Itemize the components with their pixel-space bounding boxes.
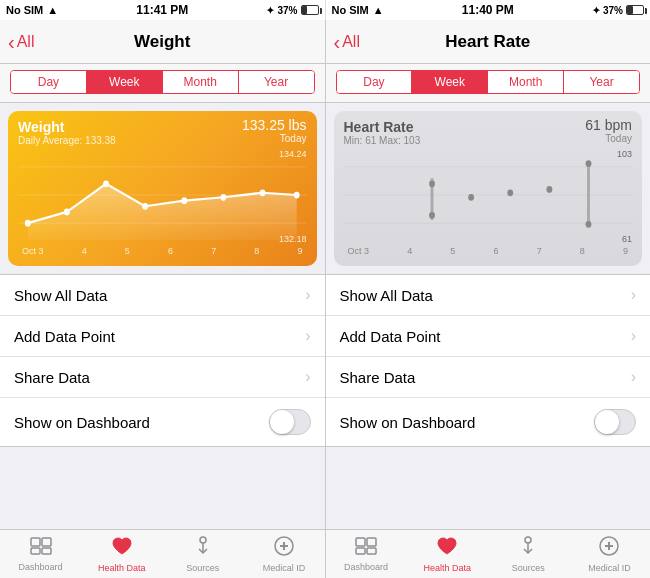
tab-health-data-left[interactable]: Health Data xyxy=(81,530,162,578)
tab-dashboard-left[interactable]: Dashboard xyxy=(0,530,81,578)
tab-medical-id-left-label: Medical ID xyxy=(263,563,306,573)
heart-x-9: 9 xyxy=(623,246,628,256)
right-carrier: No SIM xyxy=(332,4,369,16)
heart-line-chart xyxy=(344,150,633,240)
heart-seg-year[interactable]: Year xyxy=(564,71,639,93)
svg-rect-27 xyxy=(42,548,51,554)
weight-chart-subtitle: Daily Average: 133.38 xyxy=(18,135,307,146)
weight-line-chart xyxy=(18,150,307,240)
svg-point-34 xyxy=(525,537,531,543)
tab-dashboard-right[interactable]: Dashboard xyxy=(326,530,407,578)
tab-dashboard-left-label: Dashboard xyxy=(19,562,63,572)
tab-medical-id-right-label: Medical ID xyxy=(588,563,631,573)
weight-add-data-point[interactable]: Add Data Point › xyxy=(0,316,325,357)
weight-add-data-label: Add Data Point xyxy=(14,328,115,345)
heart-seg-week[interactable]: Week xyxy=(412,71,488,93)
svg-rect-32 xyxy=(356,548,365,554)
right-status-bar: No SIM ▲ 11:40 PM ✦ 37% xyxy=(326,0,651,20)
left-tab-half: Dashboard Health Data Sources xyxy=(0,530,326,578)
tab-sources-left[interactable]: Sources xyxy=(162,530,243,578)
svg-point-4 xyxy=(25,220,31,227)
weight-show-all-chevron-icon: › xyxy=(305,286,310,304)
weight-seg-year[interactable]: Year xyxy=(239,71,314,93)
weight-toggle-knob xyxy=(270,410,294,434)
weight-chart-wrap: Weight Daily Average: 133.38 133.25 lbs … xyxy=(8,111,317,266)
heart-x-4: 4 xyxy=(407,246,412,256)
weight-menu-list: Show All Data › Add Data Point › Share D… xyxy=(0,274,325,447)
weight-dashboard-toggle[interactable] xyxy=(269,409,311,435)
svg-rect-30 xyxy=(356,538,365,546)
heart-rate-panel: ‹ All Heart Rate Day Week Month Year Hea… xyxy=(326,20,651,529)
sources-icon-right xyxy=(519,536,537,561)
tab-medical-id-right[interactable]: Medical ID xyxy=(569,530,650,578)
weight-show-all-label: Show All Data xyxy=(14,287,107,304)
left-battery-icon xyxy=(301,5,319,15)
heart-share-data[interactable]: Share Data › xyxy=(326,357,651,398)
svg-rect-24 xyxy=(31,538,40,546)
svg-rect-26 xyxy=(31,548,40,554)
right-bluetooth-icon: ✦ xyxy=(592,5,600,16)
tab-health-data-right[interactable]: Health Data xyxy=(407,530,488,578)
heart-title: Heart Rate xyxy=(445,32,530,52)
heart-dashboard-toggle[interactable] xyxy=(594,409,636,435)
heart-chart-wrap: Heart Rate Min: 61 Max: 103 61 bpm Today… xyxy=(334,111,643,266)
weight-x-4: 4 xyxy=(82,246,87,256)
heart-back-button[interactable]: ‹ All xyxy=(334,32,360,52)
heart-chart-today: Today xyxy=(605,133,632,144)
weight-chart-value: 133.25 lbs xyxy=(242,117,307,133)
heart-chart-subtitle: Min: 61 Max: 103 xyxy=(344,135,633,146)
right-tab-half: Dashboard Health Data Sources xyxy=(326,530,651,578)
tab-dashboard-right-label: Dashboard xyxy=(344,562,388,572)
heart-menu-list: Show All Data › Add Data Point › Share D… xyxy=(326,274,651,447)
weight-high-label: 134.24 xyxy=(279,149,307,159)
heart-x-7: 7 xyxy=(537,246,542,256)
heart-show-all-chevron-icon: › xyxy=(631,286,636,304)
heart-toggle-knob xyxy=(595,410,619,434)
heart-seg-day[interactable]: Day xyxy=(337,71,413,93)
heart-dashboard-label: Show on Dashboard xyxy=(340,414,476,431)
weight-show-dashboard[interactable]: Show on Dashboard xyxy=(0,398,325,446)
svg-point-7 xyxy=(142,203,148,210)
heart-low-label: 61 xyxy=(622,234,632,244)
weight-share-data[interactable]: Share Data › xyxy=(0,357,325,398)
heart-seg-month[interactable]: Month xyxy=(488,71,564,93)
weight-seg-week[interactable]: Week xyxy=(87,71,163,93)
tab-sources-left-label: Sources xyxy=(186,563,219,573)
weight-add-data-chevron-icon: › xyxy=(305,327,310,345)
svg-rect-31 xyxy=(367,538,376,546)
heart-show-all-label: Show All Data xyxy=(340,287,433,304)
heart-show-dashboard[interactable]: Show on Dashboard xyxy=(326,398,651,446)
svg-point-22 xyxy=(507,189,513,196)
heart-chart: Heart Rate Min: 61 Max: 103 61 bpm Today… xyxy=(334,111,643,266)
left-bluetooth-icon: ✦ xyxy=(266,5,274,16)
weight-back-chevron-icon: ‹ xyxy=(8,32,15,52)
tab-medical-id-left[interactable]: Medical ID xyxy=(243,530,324,578)
medical-id-icon-right xyxy=(599,536,619,561)
weight-share-chevron-icon: › xyxy=(305,368,310,386)
tab-sources-right[interactable]: Sources xyxy=(488,530,569,578)
svg-rect-33 xyxy=(367,548,376,554)
heart-show-all-data[interactable]: Show All Data › xyxy=(326,275,651,316)
svg-point-28 xyxy=(200,537,206,543)
heart-add-data-point[interactable]: Add Data Point › xyxy=(326,316,651,357)
weight-low-label: 132.18 xyxy=(279,234,307,244)
sources-icon-left xyxy=(194,536,212,561)
right-time: 11:40 PM xyxy=(462,3,514,17)
weight-seg-month[interactable]: Month xyxy=(163,71,239,93)
health-data-icon-right xyxy=(436,536,458,561)
left-battery-pct: 37% xyxy=(277,5,297,16)
left-status-bar: No SIM ▲ 11:41 PM ✦ 37% xyxy=(0,0,326,20)
weight-seg-day[interactable]: Day xyxy=(11,71,87,93)
weight-x-8: 8 xyxy=(254,246,259,256)
svg-point-5 xyxy=(64,209,70,216)
tab-sources-right-label: Sources xyxy=(512,563,545,573)
weight-back-button[interactable]: ‹ All xyxy=(8,32,34,52)
heart-x-labels: Oct 3 4 5 6 7 8 9 xyxy=(344,244,633,256)
weight-nav-bar: ‹ All Weight xyxy=(0,20,325,64)
svg-point-23 xyxy=(546,186,552,193)
weight-show-all-data[interactable]: Show All Data › xyxy=(0,275,325,316)
heart-add-data-chevron-icon: › xyxy=(631,327,636,345)
heart-high-label: 103 xyxy=(617,149,632,159)
svg-point-20 xyxy=(585,221,591,228)
heart-chart-value: 61 bpm xyxy=(585,117,632,133)
